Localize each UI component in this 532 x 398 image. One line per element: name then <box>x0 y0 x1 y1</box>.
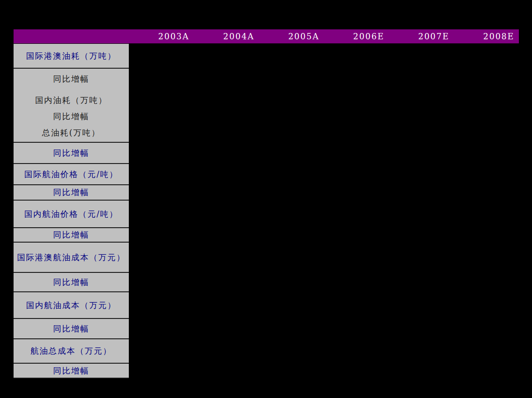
row-header-yoy-growth-domestic-price: 同比增幅 <box>14 228 129 243</box>
row-header-consumption-group-cell: 同比增幅 国内油耗（万吨） 同比增幅 总油耗(万吨） <box>14 69 129 143</box>
row-header-total-oil-consumption: 总油耗(万吨） <box>42 128 100 138</box>
row-header-column: 国际港澳油耗（万吨） 同比增幅 国内油耗（万吨） 同比增幅 总油耗(万吨） 同比… <box>14 44 129 379</box>
row-header-intl-hk-macau-oil-consumption: 国际港澳油耗（万吨） <box>14 44 129 69</box>
header-spacer <box>14 29 129 43</box>
row-header-domestic-jet-fuel-price: 国内航油价格（元/吨） <box>14 201 129 228</box>
row-header-yoy-growth-domestic-cost: 同比增幅 <box>14 319 129 339</box>
year-header-2008e: 2008E <box>454 29 519 43</box>
row-header-yoy-growth-intl-consumption: 同比增幅 <box>53 74 89 84</box>
row-header-yoy-growth-intl-cost: 同比增幅 <box>14 273 129 292</box>
year-header-2007e: 2007E <box>389 29 454 43</box>
row-header-yoy-growth-total-consumption: 同比增幅 <box>14 143 129 164</box>
year-header-row: 2003A 2004A 2005A 2006E 2007E 2008E <box>14 29 519 43</box>
year-header-2004a: 2004A <box>194 29 259 43</box>
row-header-yoy-growth-total-cost: 同比增幅 <box>14 364 129 379</box>
year-header-2005a: 2005A <box>259 29 324 43</box>
year-header-2006e: 2006E <box>324 29 389 43</box>
financial-forecast-table: 2003A 2004A 2005A 2006E 2007E 2008E 国际港澳… <box>0 0 532 398</box>
row-header-domestic-jet-fuel-cost: 国内航油成本（万元） <box>14 292 129 319</box>
year-header-2003a: 2003A <box>129 29 194 43</box>
row-header-intl-jet-fuel-price: 国际航油价格（元/吨） <box>14 164 129 185</box>
row-header-intl-hk-macau-jet-fuel-cost: 国际港澳航油成本（万元） <box>14 243 129 273</box>
row-header-domestic-oil-consumption: 国内油耗（万吨） <box>35 95 108 105</box>
row-header-yoy-growth-intl-price: 同比增幅 <box>14 185 129 201</box>
row-header-yoy-growth-domestic-consumption: 同比增幅 <box>53 112 89 122</box>
row-header-total-jet-fuel-cost: 航油总成本（万元） <box>14 339 129 364</box>
